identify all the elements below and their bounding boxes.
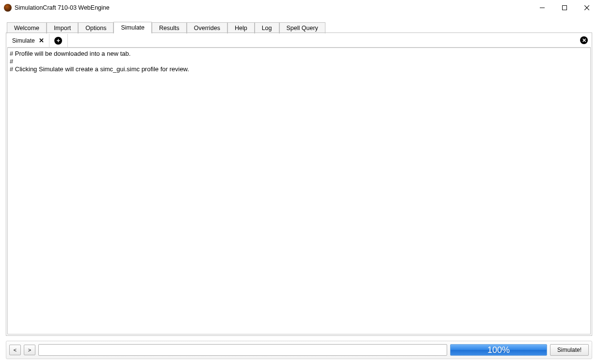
- tab-label: Help: [235, 25, 247, 32]
- app-icon: [4, 4, 12, 12]
- editor-container: # Profile will be downloaded into a new …: [7, 47, 591, 334]
- tab-label: Spell Query: [287, 25, 318, 32]
- back-button[interactable]: <: [9, 345, 21, 355]
- forward-label: >: [28, 347, 31, 353]
- add-tab-button[interactable]: +: [49, 34, 68, 47]
- close-icon: [584, 5, 589, 10]
- tab-label: Log: [262, 25, 272, 32]
- tab-label: Welcome: [14, 25, 39, 32]
- forward-button[interactable]: >: [24, 345, 35, 355]
- tab-label: Overrides: [194, 25, 220, 32]
- profile-editor[interactable]: # Profile will be downloaded into a new …: [8, 48, 590, 75]
- tab-label: Options: [85, 25, 106, 32]
- titlebar: SimulationCraft 710-03 WebEngine: [0, 0, 598, 16]
- progress-text: 100%: [487, 345, 510, 355]
- url-input[interactable]: [38, 344, 447, 356]
- progress-bar: 100%: [450, 344, 547, 356]
- svg-rect-1: [563, 5, 567, 10]
- tab-simulate[interactable]: Simulate: [113, 22, 152, 33]
- minimize-icon: [540, 5, 545, 10]
- maximize-icon: [562, 5, 567, 10]
- close-all-tabs-button[interactable]: ✕: [580, 36, 588, 44]
- close-button[interactable]: [576, 0, 598, 16]
- subtab-simulate[interactable]: Simulate ✕: [7, 34, 49, 47]
- tab-overrides[interactable]: Overrides: [187, 22, 227, 33]
- simulate-label: Simulate!: [557, 347, 582, 353]
- tab-results[interactable]: Results: [152, 22, 187, 33]
- tab-label: Results: [159, 25, 179, 32]
- tab-import[interactable]: Import: [47, 22, 78, 33]
- close-icon: ✕: [582, 37, 586, 44]
- tab-spell-query[interactable]: Spell Query: [279, 22, 325, 33]
- tab-welcome[interactable]: Welcome: [7, 22, 47, 33]
- plus-icon: +: [54, 37, 62, 45]
- main-tabstrip: Welcome Import Options Simulate Results …: [6, 21, 592, 33]
- maximize-button[interactable]: [553, 0, 576, 16]
- minimize-button[interactable]: [531, 0, 553, 16]
- subtab-row: Simulate ✕ + ✕: [7, 34, 591, 47]
- close-tab-icon[interactable]: ✕: [39, 37, 44, 44]
- back-label: <: [14, 347, 16, 353]
- tab-label: Simulate: [121, 24, 145, 31]
- subtab-label: Simulate: [12, 37, 35, 44]
- tab-log[interactable]: Log: [255, 22, 279, 33]
- tab-label: Import: [54, 25, 71, 32]
- window-title: SimulationCraft 710-03 WebEngine: [15, 4, 110, 11]
- tab-options[interactable]: Options: [78, 22, 113, 33]
- simulate-button[interactable]: Simulate!: [550, 344, 589, 356]
- bottom-toolbar: < > 100% Simulate!: [6, 341, 592, 359]
- tab-help[interactable]: Help: [227, 22, 255, 33]
